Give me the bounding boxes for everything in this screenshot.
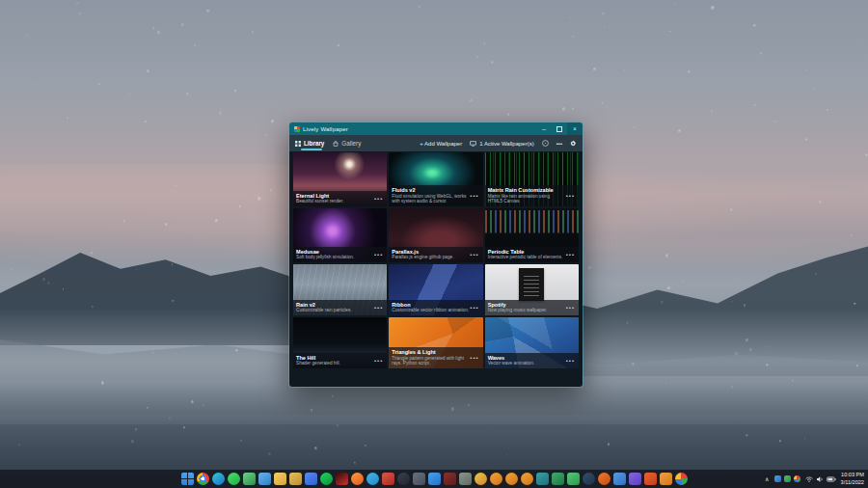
notes-app-icon[interactable] [243, 473, 256, 485]
wallpaper-tile[interactable]: Rain v2 Customizable rain particles. ••• [293, 264, 387, 315]
photos-app-icon[interactable] [258, 473, 271, 485]
add-wallpaper-label: + Add Wallpaper [420, 141, 462, 147]
file-explorer-icon[interactable] [274, 473, 286, 485]
desktop: Lively Wallpaper – × Library Gallery [0, 0, 868, 488]
add-wallpaper-button[interactable]: + Add Wallpaper [420, 141, 462, 147]
wallpaper-title: Rain v2 [296, 302, 373, 309]
gallery-bag-icon [333, 141, 339, 147]
tile-more-options-button[interactable]: ••• [469, 252, 479, 258]
tile-more-options-button[interactable]: ••• [565, 358, 576, 364]
vscode-icon[interactable] [428, 473, 441, 485]
tab-gallery[interactable]: Gallery [333, 135, 361, 151]
purple-app-icon[interactable] [629, 473, 641, 485]
wallpaper-subtitle: Interactive periodic table of elements. [488, 255, 565, 260]
tab-library[interactable]: Library [295, 135, 324, 151]
wallpaper-tile[interactable]: Waves Vector wave animation. ••• [485, 317, 579, 368]
lively-tray-icon[interactable] [794, 475, 800, 482]
firefox-icon[interactable] [351, 473, 364, 485]
green-mini-app-icon[interactable] [567, 473, 580, 485]
whatsapp-icon[interactable] [228, 473, 240, 485]
tile-more-options-button[interactable]: ••• [469, 305, 479, 311]
onedrive-tray-icon[interactable] [774, 475, 781, 482]
netflix-icon[interactable] [336, 473, 348, 485]
close-button[interactable]: × [567, 122, 583, 135]
battery-icon[interactable] [827, 475, 836, 483]
start-button[interactable] [181, 473, 194, 485]
active-wallpapers-button[interactable]: 1 Active Wallpaper(s) [470, 141, 533, 147]
taskbar-clock[interactable]: 10:03 PM 3/11/2022 [841, 472, 864, 486]
more-menu-button[interactable]: ••• [556, 141, 562, 147]
wallpaper-tile[interactable]: Parallax.js Parallax.js engine github pa… [389, 208, 482, 262]
clock-date: 3/11/2022 [841, 479, 864, 486]
minimize-button[interactable]: – [536, 122, 552, 135]
wallpaper-subtitle: Customizable rain particles. [296, 308, 373, 313]
red-app-icon[interactable] [382, 473, 394, 485]
orange-app-3-icon[interactable] [521, 473, 533, 485]
tray-chevron-up-icon[interactable]: ∧ [765, 475, 769, 482]
wallpaper-tile[interactable]: Matrix Rain Customizable Matrix like rai… [485, 152, 579, 206]
tile-more-options-button[interactable]: ••• [565, 305, 576, 311]
wallpaper-tile[interactable]: Ribbon Customizable vector ribbon animat… [389, 264, 482, 315]
teams-app-icon[interactable] [536, 473, 549, 485]
wallpaper-subtitle: Beautiful sunset render. [296, 199, 373, 204]
wallpaper-subtitle: Triangle pattern generated with light ra… [392, 356, 469, 366]
spotify-icon[interactable] [320, 473, 333, 485]
edge-icon[interactable] [212, 473, 225, 485]
active-wallpapers-label: 1 Active Wallpaper(s) [479, 141, 533, 147]
wallpaper-tile[interactable]: Eternal Light Beautiful sunset render. •… [293, 152, 387, 206]
tile-more-options-button[interactable]: ••• [373, 358, 384, 364]
volume-icon[interactable] [816, 475, 824, 483]
blue-mini-app-icon[interactable] [613, 473, 626, 485]
green-tray-icon[interactable] [784, 475, 791, 482]
tile-more-options-button[interactable]: ••• [373, 196, 384, 202]
wallpaper-tile[interactable]: Medusae Soft body jellyfish simulation. … [293, 208, 387, 262]
emoji-app-icon[interactable] [475, 473, 487, 485]
todo-app-icon[interactable] [305, 473, 317, 485]
powerpoint-icon[interactable] [644, 473, 657, 485]
settings-gear-icon[interactable] [570, 140, 577, 147]
maximize-button[interactable] [552, 122, 567, 135]
update-button[interactable] [542, 140, 549, 147]
system-tray: ∧ 10:03 PM 3/11/2022 [765, 470, 864, 488]
wallpaper-tile[interactable]: The Hill Shader generated hill. ••• [293, 317, 387, 368]
flame-app-icon[interactable] [598, 473, 610, 485]
folder-app-icon[interactable] [289, 473, 302, 485]
chrome-icon[interactable] [197, 473, 209, 485]
navy-app-icon[interactable] [583, 473, 595, 485]
tile-more-options-button[interactable]: ••• [469, 355, 479, 361]
lively-logo-icon [294, 126, 300, 132]
tile-more-options-button[interactable]: ••• [469, 193, 479, 199]
wifi-icon[interactable] [805, 475, 813, 483]
lively-taskbar-icon[interactable] [675, 473, 688, 485]
wallpaper-subtitle: Fluid simulation using WebGL, works with… [392, 194, 469, 204]
wallpaper-title: Parallax.js [392, 249, 469, 256]
tile-more-options-button[interactable]: ••• [373, 305, 384, 311]
wallpaper-tile[interactable]: Triangles & Light Triangle pattern gener… [389, 317, 482, 368]
lively-wallpaper-window: Lively Wallpaper – × Library Gallery [288, 122, 583, 388]
wallpaper-tile[interactable]: Periodic Table Interactive periodic tabl… [485, 208, 579, 262]
utility-app-icon[interactable] [459, 473, 472, 485]
wallpaper-subtitle: Shader generated hill. [296, 361, 373, 366]
wallpaper-title: The Hill [296, 355, 373, 362]
taskbar: ∧ 10:03 PM 3/11/2022 [0, 470, 868, 488]
gray-app-icon[interactable] [413, 473, 425, 485]
clock-time: 10:03 PM [841, 472, 864, 478]
dark-red-app-icon[interactable] [444, 473, 456, 485]
telegram-icon[interactable] [366, 473, 379, 485]
tile-more-options-button[interactable]: ••• [565, 193, 576, 199]
tile-more-options-button[interactable]: ••• [373, 252, 384, 258]
wallpaper-title: Ribbon [392, 302, 469, 309]
wallpaper-title: Fluids v2 [392, 187, 469, 194]
orange-app-2-icon[interactable] [505, 473, 518, 485]
window-titlebar[interactable]: Lively Wallpaper – × [289, 122, 583, 135]
moon-app-icon[interactable] [397, 473, 410, 485]
wallpaper-tile[interactable]: Spotify Now playing music wallpaper. ••• [485, 264, 579, 315]
window-title: Lively Wallpaper [303, 126, 348, 132]
wallpaper-library-grid: Eternal Light Beautiful sunset render. •… [289, 151, 583, 387]
excel-icon[interactable] [552, 473, 564, 485]
orange-app-1-icon[interactable] [490, 473, 502, 485]
orange-bar-app-icon[interactable] [660, 473, 672, 485]
library-grid-icon [295, 141, 301, 147]
tile-more-options-button[interactable]: ••• [565, 252, 576, 258]
wallpaper-tile[interactable]: Fluids v2 Fluid simulation using WebGL, … [389, 152, 482, 206]
